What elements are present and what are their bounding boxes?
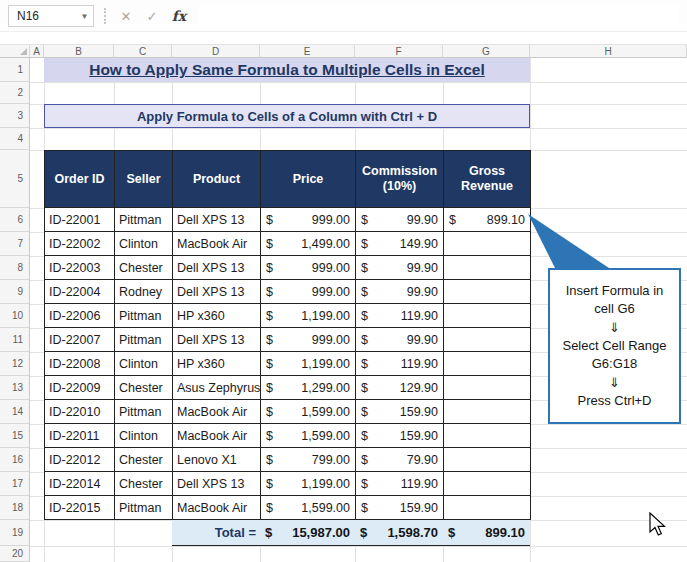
row-header-11[interactable]: 11 <box>0 328 30 352</box>
cell-gross-revenue[interactable] <box>444 400 531 424</box>
chevron-down-icon[interactable]: ▼ <box>76 12 93 21</box>
cell-price[interactable]: $1,199.00 <box>261 304 356 328</box>
row-header-14[interactable]: 14 <box>0 400 30 424</box>
cell-gross-revenue[interactable]: $899.10 <box>444 208 531 232</box>
row-header-2[interactable]: 2 <box>0 82 30 104</box>
column-header-f[interactable]: F <box>355 45 443 58</box>
page-title[interactable]: How to Apply Same Formula to Multiple Ce… <box>44 58 530 82</box>
cell-commission[interactable]: $159.90 <box>356 424 444 448</box>
cell-product[interactable]: Dell XPS 13 <box>173 256 261 280</box>
row-header-17[interactable]: 17 <box>0 472 30 496</box>
cell-gross-revenue[interactable] <box>444 496 531 520</box>
total-gross[interactable]: $ 899.10 <box>443 520 530 545</box>
row-header-15[interactable]: 15 <box>0 424 30 448</box>
cell-gross-revenue[interactable] <box>444 376 531 400</box>
column-header-e[interactable]: E <box>260 45 355 58</box>
cell-seller[interactable]: Chester <box>115 448 173 472</box>
cell-product[interactable]: HP x360 <box>173 304 261 328</box>
table-header-cell[interactable]: Seller <box>115 151 173 208</box>
select-all-corner[interactable] <box>0 45 30 58</box>
cell-price[interactable]: $799.00 <box>261 448 356 472</box>
cell-price[interactable]: $999.00 <box>261 280 356 304</box>
name-box[interactable]: N16 ▼ <box>8 5 94 27</box>
cell-order-id[interactable]: ID-22008 <box>45 352 115 376</box>
row-header-9[interactable]: 9 <box>0 280 30 304</box>
cell-gross-revenue[interactable] <box>444 448 531 472</box>
cell-product[interactable]: MacBook Air <box>173 496 261 520</box>
cell-product[interactable]: Dell XPS 13 <box>173 472 261 496</box>
total-label[interactable]: Total = <box>172 520 260 545</box>
row-header-16[interactable]: 16 <box>0 448 30 472</box>
cell-seller[interactable]: Pittman <box>115 400 173 424</box>
row-header-5[interactable]: 5 <box>0 150 30 208</box>
cell-gross-revenue[interactable] <box>444 280 531 304</box>
formula-input[interactable] <box>198 5 679 27</box>
column-header-d[interactable]: D <box>172 45 260 58</box>
cell-commission[interactable]: $99.90 <box>356 256 444 280</box>
column-header-a[interactable]: A <box>30 45 44 58</box>
cell-product[interactable]: Dell XPS 13 <box>173 208 261 232</box>
row-header-13[interactable]: 13 <box>0 376 30 400</box>
cell-product[interactable]: HP x360 <box>173 352 261 376</box>
cell-order-id[interactable]: ID-22007 <box>45 328 115 352</box>
row-header-6[interactable]: 6 <box>0 208 30 232</box>
cell-commission[interactable]: $119.90 <box>356 304 444 328</box>
cell-order-id[interactable]: ID-22010 <box>45 400 115 424</box>
cell-order-id[interactable]: ID-22011 <box>45 424 115 448</box>
cell-commission[interactable]: $99.90 <box>356 208 444 232</box>
cell-order-id[interactable]: ID-22009 <box>45 376 115 400</box>
table-header-cell[interactable]: Gross Revenue <box>444 151 531 208</box>
cell-gross-revenue[interactable] <box>444 304 531 328</box>
cell-seller[interactable]: Pittman <box>115 304 173 328</box>
cell-price[interactable]: $1,599.00 <box>261 400 356 424</box>
cancel-icon[interactable]: ✕ <box>114 5 138 27</box>
cell-price[interactable]: $1,299.00 <box>261 376 356 400</box>
cell-seller[interactable]: Clinton <box>115 352 173 376</box>
table-header-cell[interactable]: Product <box>173 151 261 208</box>
cell-commission[interactable]: $159.90 <box>356 400 444 424</box>
cell-order-id[interactable]: ID-22004 <box>45 280 115 304</box>
total-price[interactable]: $ 15,987.00 <box>260 520 355 545</box>
cell-gross-revenue[interactable] <box>444 232 531 256</box>
cell-product[interactable]: MacBook Air <box>173 400 261 424</box>
column-header-h[interactable]: H <box>530 45 687 58</box>
cell-gross-revenue[interactable] <box>444 472 531 496</box>
cell-price[interactable]: $1,599.00 <box>261 424 356 448</box>
cell-order-id[interactable]: ID-22014 <box>45 472 115 496</box>
cell-price[interactable]: $1,599.00 <box>261 496 356 520</box>
cell-product[interactable]: Dell XPS 13 <box>173 328 261 352</box>
cell-price[interactable]: $999.00 <box>261 256 356 280</box>
row-header-1[interactable]: 1 <box>0 58 30 82</box>
enter-icon[interactable]: ✓ <box>140 5 164 27</box>
total-commission[interactable]: $ 1,598.70 <box>355 520 443 545</box>
cell-gross-revenue[interactable] <box>444 424 531 448</box>
row-header-12[interactable]: 12 <box>0 352 30 376</box>
column-header-c[interactable]: C <box>114 45 172 58</box>
cell-seller[interactable]: Chester <box>115 376 173 400</box>
cell-commission[interactable]: $79.90 <box>356 448 444 472</box>
cell-price[interactable]: $1,199.00 <box>261 352 356 376</box>
cell-order-id[interactable]: ID-22012 <box>45 448 115 472</box>
row-header-19[interactable]: 19 <box>0 520 30 546</box>
row-header-18[interactable]: 18 <box>0 496 30 520</box>
row-header-3[interactable]: 3 <box>0 104 30 128</box>
cell-commission[interactable]: $99.90 <box>356 328 444 352</box>
cell-commission[interactable]: $149.90 <box>356 232 444 256</box>
cell-order-id[interactable]: ID-22002 <box>45 232 115 256</box>
cell-price[interactable]: $999.00 <box>261 328 356 352</box>
row-header-7[interactable]: 7 <box>0 232 30 256</box>
row-header-4[interactable]: 4 <box>0 128 30 150</box>
cell-seller[interactable]: Chester <box>115 256 173 280</box>
cell-price[interactable]: $999.00 <box>261 208 356 232</box>
cell-order-id[interactable]: ID-22003 <box>45 256 115 280</box>
column-header-g[interactable]: G <box>443 45 530 58</box>
cell-seller[interactable]: Pittman <box>115 328 173 352</box>
cell-seller[interactable]: Rodney <box>115 280 173 304</box>
column-header-b[interactable]: B <box>44 45 114 58</box>
cell-price[interactable]: $1,499.00 <box>261 232 356 256</box>
cell-seller[interactable]: Pittman <box>115 496 173 520</box>
cell-gross-revenue[interactable] <box>444 328 531 352</box>
row-header-20[interactable]: 20 <box>0 546 30 562</box>
cell-order-id[interactable]: ID-22006 <box>45 304 115 328</box>
table-header-cell[interactable]: Price <box>261 151 356 208</box>
